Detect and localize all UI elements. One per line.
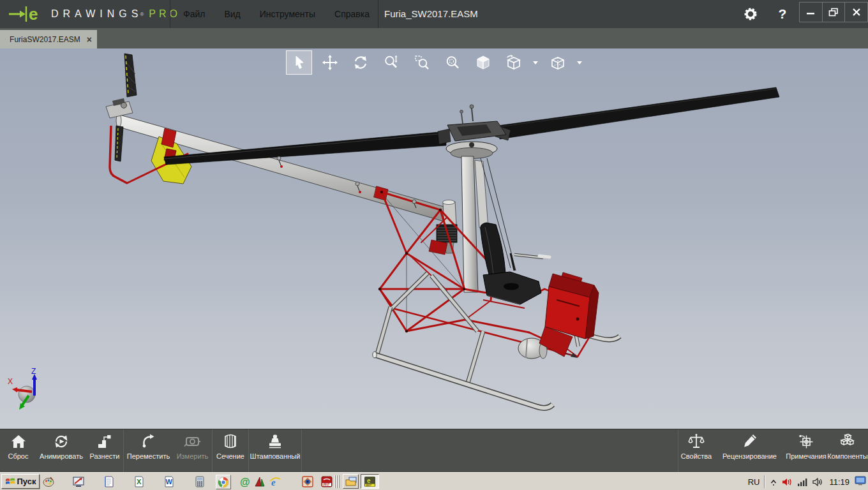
- folder-icon: [345, 477, 357, 487]
- rotate-tool-button[interactable]: [347, 50, 373, 75]
- tab-close-icon[interactable]: ×: [87, 34, 92, 45]
- svg-text:X: X: [137, 478, 142, 486]
- settings-button[interactable]: [738, 0, 763, 28]
- menu-tools[interactable]: Инструменты: [250, 0, 325, 28]
- measure-button: Измерить: [173, 429, 212, 472]
- model-viewport[interactable]: X Z: [0, 48, 868, 429]
- mail-agent-icon[interactable]: @: [239, 475, 251, 488]
- zoom-area-tool-button[interactable]: [408, 50, 435, 75]
- axis-triad: X Z: [1, 366, 52, 417]
- engine-box[interactable]: [539, 272, 599, 357]
- gear-icon: [743, 6, 758, 22]
- clock[interactable]: 11:19: [829, 477, 849, 487]
- section-label: Сечение: [216, 452, 245, 460]
- audio-app-tray-icon[interactable]: [782, 477, 793, 487]
- svg-text:e: e: [29, 4, 38, 24]
- helicopter-model-3d-view[interactable]: [0, 48, 868, 429]
- restore-button[interactable]: [822, 3, 845, 22]
- question-mark-icon: ?: [779, 6, 787, 22]
- control-stick[interactable]: [511, 253, 550, 271]
- components-bricks-icon: [839, 433, 857, 450]
- svg-text:2017: 2017: [366, 484, 371, 487]
- scales-icon: [687, 433, 705, 450]
- axis-z-label: Z: [31, 367, 36, 376]
- titlebar-separator-2: [378, 0, 378, 28]
- internet-explorer-icon[interactable]: e: [269, 475, 281, 488]
- menu-file[interactable]: Файл: [174, 0, 214, 28]
- markup-label: Примечания: [785, 452, 827, 460]
- tab-furia[interactable]: FuriaSW2017.EASM ×: [0, 30, 97, 48]
- titlebar: e DRAWINGS® PRO Файл Вид Инструменты Спр…: [0, 0, 868, 28]
- home-icon: [10, 433, 27, 450]
- edrawings-window-button[interactable]: e 2017: [361, 474, 379, 489]
- pilot-seat[interactable]: [481, 223, 541, 308]
- start-button[interactable]: Пуск: [1, 474, 40, 489]
- language-indicator[interactable]: RU: [744, 477, 765, 487]
- viewer-eye-icon[interactable]: [301, 475, 314, 488]
- wireframe-cube-icon: [550, 54, 566, 71]
- chrome-icon[interactable]: [216, 475, 231, 489]
- volume-tray-icon[interactable]: [812, 477, 823, 487]
- select-tool-button[interactable]: [286, 50, 312, 75]
- section-icon: [221, 433, 239, 450]
- reset-button[interactable]: Сброс: [0, 429, 36, 472]
- tab-bar: FuriaSW2017.EASM ×: [0, 28, 868, 48]
- windows-flag-icon: [5, 477, 15, 486]
- view-orientation-button[interactable]: [500, 50, 527, 75]
- notepad-icon[interactable]: [103, 475, 116, 488]
- folder-window-button[interactable]: [343, 474, 359, 489]
- window-controls: [799, 2, 868, 22]
- solidworks-2017-icon[interactable]: 2017: [320, 475, 333, 488]
- animate-icon: [52, 433, 70, 450]
- hidden-icons-button[interactable]: [770, 478, 777, 486]
- wireframe-view-button[interactable]: [544, 50, 571, 75]
- menu-view[interactable]: Вид: [214, 0, 250, 28]
- start-label: Пуск: [17, 477, 36, 486]
- display-tray-icon[interactable]: [855, 476, 866, 488]
- help-button[interactable]: ?: [770, 0, 795, 28]
- nero-icon[interactable]: [253, 475, 266, 488]
- properties-button[interactable]: Свойства: [678, 429, 714, 472]
- brand-reg: ®: [140, 11, 144, 17]
- svg-text:W: W: [166, 478, 173, 486]
- edrawings-2017-icon: e 2017: [364, 476, 376, 487]
- review-button[interactable]: Рецензирование: [714, 429, 785, 472]
- animate-label: Анимировать: [39, 452, 84, 460]
- measure-label: Измерить: [176, 452, 209, 460]
- document-title: Furia_SW2017.EASM: [384, 0, 478, 28]
- shaded-view-button[interactable]: [470, 50, 496, 75]
- media-app-icon[interactable]: [72, 475, 85, 488]
- properties-label: Свойства: [680, 452, 712, 460]
- word-icon[interactable]: W: [163, 475, 176, 488]
- pan-tool-button[interactable]: [317, 50, 343, 75]
- minimize-button[interactable]: [800, 3, 822, 22]
- wireframe-dropdown[interactable]: [575, 50, 584, 75]
- svg-text:2017: 2017: [323, 483, 330, 486]
- menu-help[interactable]: Справка: [325, 0, 379, 28]
- calculator-icon[interactable]: [193, 475, 206, 488]
- orientation-cube-icon: [505, 54, 522, 71]
- components-button[interactable]: Компоненты: [827, 429, 868, 472]
- explode-label: Разнести: [89, 452, 121, 460]
- zoom-fit-tool-button[interactable]: [439, 50, 465, 75]
- speaker-icon: [812, 477, 823, 487]
- palette-icon[interactable]: [42, 475, 55, 488]
- zoom-tool-button[interactable]: [378, 50, 404, 75]
- excel-icon[interactable]: X: [133, 475, 146, 488]
- markup-button[interactable]: Примечания: [785, 429, 827, 472]
- assembly-cube-icon: [5, 34, 6, 44]
- move-component-button[interactable]: Переместить: [124, 429, 173, 472]
- chevron-down-icon: [577, 61, 582, 64]
- view-orientation-dropdown[interactable]: [531, 50, 540, 75]
- explode-button[interactable]: Разнести: [86, 429, 123, 472]
- animate-button[interactable]: Анимировать: [36, 429, 86, 472]
- stamp-button[interactable]: Штампованный: [249, 429, 301, 472]
- landing-skids[interactable]: [373, 327, 620, 408]
- restore-icon: [828, 8, 839, 17]
- section-button[interactable]: Сечение: [213, 429, 248, 472]
- brand-word: DRAWINGS: [51, 8, 142, 20]
- close-button[interactable]: [844, 3, 867, 22]
- network-signal-tray-icon[interactable]: [797, 477, 808, 486]
- minimize-icon: [806, 8, 815, 17]
- rotor-head[interactable]: [438, 105, 511, 159]
